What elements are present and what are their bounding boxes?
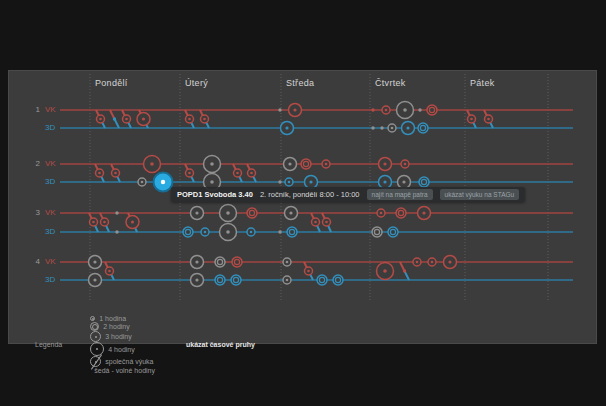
lesson-marker[interactable]	[220, 224, 237, 241]
lesson-marker-diagonal[interactable]	[122, 110, 131, 128]
lesson-marker[interactable]	[380, 126, 383, 129]
lesson-marker[interactable]	[283, 276, 291, 284]
lesson-marker[interactable]	[418, 123, 428, 133]
timetable-app: PondělíÚterýStředaČtvrtekPátek1VK3D2VK3D…	[0, 0, 606, 406]
lesson-marker-diagonal[interactable]	[137, 110, 150, 128]
lesson-marker[interactable]	[138, 178, 146, 186]
lesson-marker[interactable]	[397, 102, 414, 119]
show-time-bands-link[interactable]: ukázat časové pruhy	[186, 341, 255, 348]
lesson-marker[interactable]	[220, 205, 237, 222]
legend-item: 1 hodina	[90, 315, 155, 322]
lesson-marker[interactable]	[278, 108, 281, 111]
lesson-marker-diagonal[interactable]	[400, 262, 409, 280]
lesson-marker[interactable]	[413, 258, 421, 266]
selected-lesson-marker[interactable]	[154, 173, 173, 192]
lesson-marker-diagonal[interactable]	[322, 213, 331, 232]
legend-item-label: společná výuka	[105, 358, 153, 365]
lesson-marker-diagonal[interactable]	[100, 213, 109, 232]
lesson-marker[interactable]	[379, 158, 392, 171]
lesson-marker-diagonal[interactable]	[111, 164, 120, 182]
lesson-marker[interactable]	[377, 209, 385, 217]
lesson-marker[interactable]	[402, 122, 415, 135]
lesson-marker[interactable]	[322, 160, 330, 168]
lesson-marker-diagonal[interactable]	[311, 213, 320, 232]
lesson-marker-diagonal[interactable]	[304, 262, 313, 280]
legend-hour-4-icon	[90, 342, 104, 356]
legend: Legenda 1 hodina2 hodiny3 hodiny4 hodiny…	[35, 315, 255, 374]
lesson-marker-diagonal[interactable]	[95, 164, 104, 182]
legend-item-label: 1 hodina	[99, 315, 126, 322]
lesson-marker[interactable]	[401, 160, 409, 168]
lesson-marker[interactable]	[418, 207, 431, 220]
lesson-marker-diagonal[interactable]	[105, 262, 114, 280]
lesson-marker[interactable]	[232, 257, 242, 267]
find-on-floor-map-button[interactable]: najít na mapě patra	[367, 189, 433, 200]
lesson-marker[interactable]	[285, 207, 298, 220]
lesson-marker[interactable]	[204, 156, 221, 173]
lesson-marker[interactable]	[247, 228, 255, 236]
legend-item-label: 3 hodiny	[105, 333, 131, 340]
lesson-marker[interactable]	[382, 106, 390, 114]
lesson-marker[interactable]	[191, 207, 204, 220]
lesson-marker[interactable]	[388, 227, 398, 237]
lesson-marker[interactable]	[283, 258, 291, 266]
lesson-marker-diagonal[interactable]	[247, 164, 256, 182]
lesson-marker-diagonal[interactable]	[467, 110, 476, 128]
lesson-marker[interactable]	[419, 177, 429, 187]
lesson-marker-diagonal[interactable]	[89, 213, 98, 232]
legend-item: společná výuka	[90, 356, 155, 367]
lesson-marker[interactable]	[115, 211, 118, 214]
legend-item-label: šedá - volné hodiny	[94, 367, 155, 374]
lesson-marker[interactable]	[427, 105, 437, 115]
lesson-marker[interactable]	[183, 227, 193, 237]
lesson-marker[interactable]	[333, 275, 343, 285]
lesson-marker[interactable]	[278, 230, 281, 233]
lesson-marker-diagonal[interactable]	[126, 213, 139, 232]
lesson-marker[interactable]	[231, 275, 241, 285]
lesson-marker[interactable]	[284, 158, 297, 171]
lesson-marker[interactable]	[372, 227, 382, 237]
show-on-stag-button[interactable]: ukázat výuku na STAGu	[440, 189, 520, 200]
lesson-marker[interactable]	[191, 274, 204, 287]
lesson-marker[interactable]	[278, 180, 281, 183]
lesson-marker[interactable]	[201, 228, 209, 236]
legend-title: Legenda	[35, 341, 62, 348]
legend-common-icon	[90, 356, 101, 367]
legend-hour-1-icon	[90, 316, 95, 321]
lesson-marker-diagonal[interactable]	[96, 110, 105, 128]
lesson-marker-diagonal[interactable]	[185, 110, 194, 128]
legend-item: šedá - volné hodiny	[90, 367, 155, 374]
lesson-marker-diagonal[interactable]	[200, 110, 209, 128]
lesson-marker-diagonal[interactable]	[233, 164, 242, 182]
lesson-marker[interactable]	[396, 208, 406, 218]
lesson-marker[interactable]	[285, 178, 293, 186]
lesson-marker[interactable]	[377, 263, 394, 280]
lesson-marker[interactable]	[89, 274, 102, 287]
lesson-marker[interactable]	[281, 122, 294, 135]
lesson-marker[interactable]	[247, 208, 257, 218]
lesson-marker-diagonal[interactable]	[484, 110, 493, 128]
lesson-marker[interactable]	[301, 159, 311, 169]
lesson-marker[interactable]	[388, 124, 396, 132]
legend-hour-3-icon	[90, 331, 101, 342]
lesson-marker[interactable]	[287, 227, 297, 237]
legend-item: 2 hodiny	[90, 322, 155, 331]
legend-hour-2-icon	[90, 322, 99, 331]
lesson-marker[interactable]	[289, 104, 302, 117]
tooltip-course-title: POPD1 Svoboda 3.40	[177, 190, 253, 199]
lesson-marker[interactable]	[89, 256, 102, 269]
lesson-marker[interactable]	[144, 156, 161, 173]
lesson-marker[interactable]	[115, 230, 118, 233]
lesson-marker[interactable]	[428, 258, 436, 266]
lesson-marker[interactable]	[418, 108, 421, 111]
legend-item-label: 2 hodiny	[103, 323, 129, 330]
lesson-marker[interactable]	[371, 108, 374, 111]
lesson-marker[interactable]	[317, 275, 327, 285]
lesson-marker[interactable]	[215, 257, 225, 267]
lesson-marker-diagonal[interactable]	[110, 110, 119, 128]
lesson-marker[interactable]	[191, 256, 204, 269]
lesson-marker[interactable]	[215, 275, 225, 285]
lesson-marker[interactable]	[371, 126, 374, 129]
lesson-marker-diagonal[interactable]	[185, 164, 194, 182]
lesson-marker[interactable]	[444, 256, 457, 269]
